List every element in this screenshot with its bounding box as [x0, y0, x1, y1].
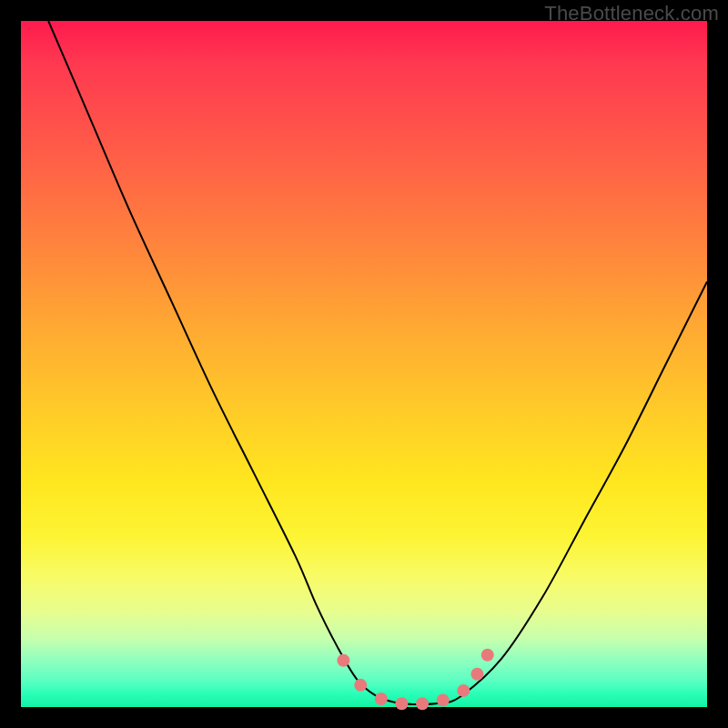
marker-point — [395, 697, 408, 710]
marker-point — [337, 654, 349, 667]
marker-point — [416, 697, 429, 710]
plot-area — [21, 21, 707, 707]
marker-point — [354, 679, 367, 692]
bottleneck-curve — [48, 21, 707, 704]
marker-point — [457, 684, 470, 697]
marker-point — [481, 649, 494, 662]
marker-point — [470, 668, 483, 681]
marker-point — [437, 693, 450, 706]
chart-frame: TheBottleneck.com — [0, 0, 728, 728]
curve-layer — [21, 21, 707, 707]
trough-markers — [337, 649, 493, 711]
watermark-label: TheBottleneck.com — [544, 2, 719, 25]
marker-point — [375, 693, 388, 705]
